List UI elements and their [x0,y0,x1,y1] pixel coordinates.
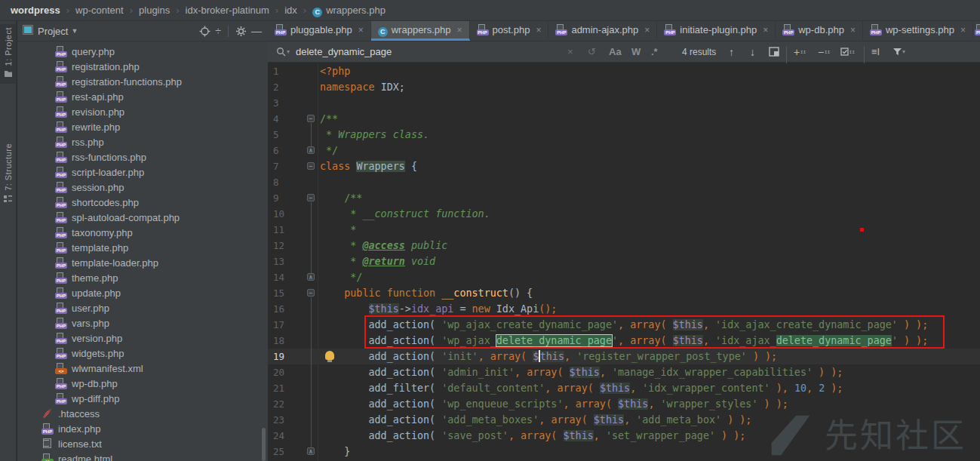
editor-tab-wp-db-php[interactable]: PHPwp-db.php× [776,21,863,41]
line-number[interactable]: 20 [273,364,303,380]
previous-occurrence-icon[interactable]: ↑ [729,41,734,62]
tree-item-template-loader-php[interactable]: PHPtemplate-loader.php [17,255,268,270]
code-line-17[interactable]: 17 add_action( 'wp_ajax_create_dynamic_p… [268,317,980,333]
code-line-16[interactable]: 16 $this->idx_api = new Idx_Api(); [268,301,980,317]
close-tab-icon[interactable]: × [536,25,541,35]
select-all-occurrences-icon[interactable]: ɪɪ [840,41,856,62]
tree-item-template-php[interactable]: PHPtemplate.php [17,240,268,255]
tree-item-rss-functions-php[interactable]: PHPrss-functions.php [17,149,268,164]
close-tab-icon[interactable]: × [358,25,364,35]
code-editor[interactable]: 1<?php2namespace IDX;34−/**5 * Wrappers … [268,63,980,461]
locate-icon[interactable] [199,26,210,37]
line-number[interactable]: 15 [273,285,303,301]
editor-tab-pluggable-php[interactable]: PHPpluggable.php× [268,21,371,41]
line-number[interactable]: 14 [273,269,303,285]
line-number[interactable]: 22 [273,396,303,412]
code-line-7[interactable]: 7−class Wrappers { [268,158,980,174]
collapse-all-icon[interactable]: ÷ [215,26,221,36]
line-number[interactable]: 5 [273,127,303,143]
line-number[interactable]: 21 [273,380,303,396]
hide-panel-icon[interactable]: — [251,26,262,36]
tree-item-session-php[interactable]: PHPsession.php [17,180,268,195]
line-number[interactable]: 11 [273,222,303,238]
code-line-5[interactable]: 5 * Wrappers class. [268,127,980,143]
fold-start-icon[interactable]: − [307,162,315,170]
chevron-down-icon[interactable]: ▼ [71,27,78,35]
code-line-25[interactable]: 25∧ } [268,444,980,459]
line-number[interactable]: 16 [273,301,303,317]
project-panel-title[interactable]: Project [38,26,68,37]
code-line-9[interactable]: 9− /** [268,190,980,206]
line-number[interactable]: 10 [273,206,303,222]
fold-start-icon[interactable]: − [307,115,315,122]
line-number[interactable]: 23 [273,412,303,428]
match-case-toggle[interactable]: Aa [609,41,622,62]
line-number[interactable]: 19 [273,349,303,364]
code-line-23[interactable]: 23 add_action( 'add_meta_boxes', array( … [268,412,980,428]
fold-end-icon[interactable]: ∧ [307,146,315,154]
search-history-icon[interactable]: ↺ [588,41,596,62]
breadcrumb-item[interactable]: wp-content [75,5,124,16]
close-tab-icon[interactable]: × [763,25,768,35]
code-line-10[interactable]: 10 * __construct function. [268,206,980,222]
line-number[interactable]: 4 [273,111,303,127]
tree-item-readme-html[interactable]: Hreadme.html [17,451,268,461]
breadcrumb-item[interactable]: wordpress [11,5,60,16]
code-line-1[interactable]: 1<?php [268,63,980,79]
line-number[interactable]: 6 [273,143,303,158]
line-number[interactable]: 1 [273,63,303,79]
tree-item--htaccess[interactable]: .htaccess [17,406,268,421]
tree-item-rewrite-php[interactable]: PHPrewrite.php [17,119,268,134]
tree-item-version-php[interactable]: PHPversion.php [17,330,268,346]
tree-item-rest-api-php[interactable]: PHPrest-api.php [17,89,268,104]
code-line-12[interactable]: 12 * @access public [268,238,980,254]
tree-item-query-php[interactable]: PHPquery.php [17,44,268,59]
line-number[interactable]: 25 [273,444,303,459]
code-line-24[interactable]: 24 add_action( 'save_post', array( $this… [268,428,980,444]
intention-bulb-icon[interactable] [325,351,334,360]
editor-tab-admin-ajax-php[interactable]: PHPadmin-ajax.php× [548,21,657,41]
code-line-14[interactable]: 14∧ */ [268,269,980,285]
editor-tab-wp-settings-php[interactable]: PHPwp-settings.php× [863,21,973,41]
find-in-selection-icon[interactable] [769,41,779,62]
tree-item-registration-php[interactable]: PHPregistration.php [17,59,268,74]
code-line-8[interactable]: 8 [268,174,980,190]
multiline-search-icon[interactable]: ≡I [871,41,880,62]
tool-window-button-structure[interactable]: 7: Structure [0,140,17,209]
breadcrumb-item[interactable]: plugins [139,5,170,16]
tree-item-theme-php[interactable]: PHPtheme.php [17,270,268,285]
line-number[interactable]: 12 [273,238,303,254]
line-number[interactable]: 8 [273,174,303,190]
tree-item-widgets-php[interactable]: PHPwidgets.php [17,346,268,361]
code-line-2[interactable]: 2namespace IDX; [268,79,980,95]
code-line-6[interactable]: 6∧ */ [268,143,980,158]
next-occurrence-icon[interactable]: ↓ [750,41,755,62]
code-line-19[interactable]: 19 add_action( 'init', array( $this, 're… [268,349,980,364]
breadcrumb-item[interactable]: Cwrappers.php [312,5,386,16]
tree-item-index-php[interactable]: PHPindex.php [17,421,268,436]
search-input[interactable]: delete_dynamic_page [296,41,392,62]
clear-search-icon[interactable]: × [567,41,573,62]
fold-end-icon[interactable]: ∧ [307,273,315,281]
tree-item-wp-diff-php[interactable]: PHPwp-diff.php [17,391,268,406]
line-number[interactable]: 9 [273,190,303,206]
tree-item-vars-php[interactable]: PHPvars.php [17,315,268,330]
line-number[interactable]: 7 [273,158,303,174]
editor-tab-initiate-plugin-php[interactable]: PHPinitiate-plugin.php× [657,21,776,41]
editor-tab-post-php[interactable]: PHPpost.php× [470,21,549,41]
tree-scrollbar[interactable] [262,428,266,461]
remove-occurrence-icon[interactable]: −ɪɪ [818,41,831,62]
tree-item-registration-functions-php[interactable]: PHPregistration-functions.php [17,74,268,89]
line-number[interactable]: 18 [273,333,303,349]
close-tab-icon[interactable]: × [644,25,650,35]
code-line-13[interactable]: 13 * @return void [268,254,980,269]
tool-window-button-project[interactable]: 1: Project [0,24,17,84]
line-number[interactable]: 17 [273,317,303,333]
close-tab-icon[interactable]: × [960,25,966,35]
fold-start-icon[interactable]: − [307,194,315,201]
tree-item-spl-autoload-compat-php[interactable]: PHPspl-autoload-compat.php [17,210,268,225]
line-number[interactable]: 3 [273,95,303,111]
search-icon[interactable]: ▾ [276,41,290,62]
add-occurrence-icon[interactable]: +ɪɪ [794,41,806,62]
line-number[interactable]: 24 [273,428,303,444]
